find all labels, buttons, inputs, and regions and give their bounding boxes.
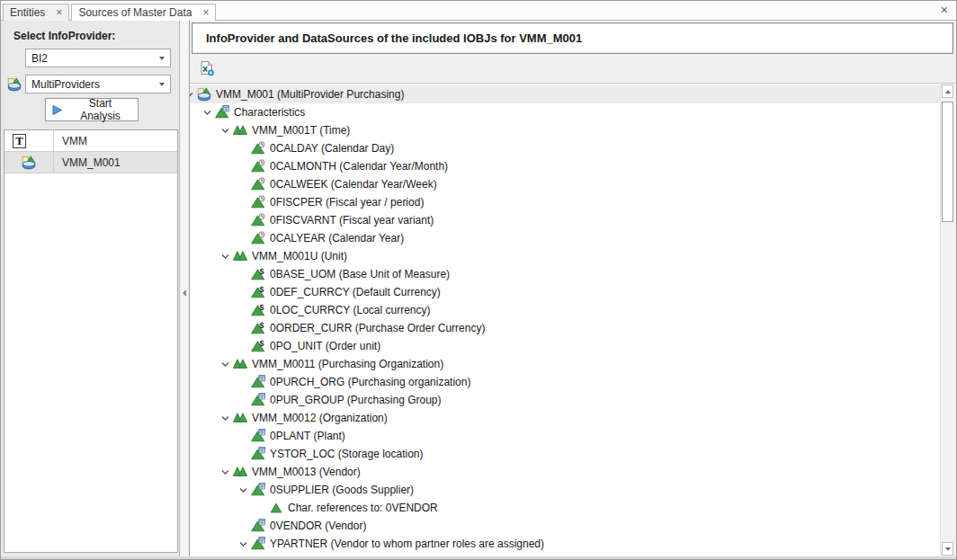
char-grid-icon — [251, 447, 265, 461]
start-analysis-button[interactable]: Start Analysis — [45, 98, 139, 121]
tree-row[interactable]: 0PLANT (Plant) — [190, 427, 941, 445]
dimension-icon — [233, 123, 247, 138]
chevron-down-icon[interactable] — [219, 359, 231, 370]
tree-row[interactable]: 0PURCH_ORG (Purchasing organization) — [190, 373, 941, 391]
chevron-down-icon[interactable] — [219, 125, 231, 137]
tree-row[interactable]: VMM_M0012 (Organization) — [190, 409, 941, 427]
tree-row[interactable]: $ 0PO_UNIT (Order unit) — [190, 337, 941, 355]
list-item[interactable]: VMM_M001 — [4, 152, 177, 173]
tree-row[interactable]: $ 0BASE_UOM (Base Unit of Measure) — [190, 265, 941, 283]
svg-text:$: $ — [259, 339, 264, 348]
tree-row-label: 0BASE_UOM (Base Unit of Measure) — [270, 265, 450, 283]
main-toolbar — [190, 54, 956, 83]
chevron-down-icon[interactable] — [219, 467, 231, 478]
tree-row[interactable]: VMM_M0013 (Vendor) — [190, 463, 941, 481]
filter-type-cell[interactable]: T — [4, 130, 54, 151]
chevron-down-icon[interactable] — [190, 89, 195, 101]
scroll-up-icon[interactable] — [942, 84, 953, 98]
tree-row-label: 0LOC_CURRCY (Local currency) — [270, 301, 431, 319]
tree-container: VMM_M001 (MultiProvider Purchasing) Char… — [190, 83, 955, 556]
currency-icon: $ — [251, 303, 265, 317]
close-icon[interactable]: × — [941, 4, 948, 16]
dimension-icon — [233, 465, 247, 479]
tree-row[interactable]: 0PUR_GROUP (Purchasing Group) — [190, 391, 941, 409]
dimension-icon — [233, 411, 247, 425]
tree-row[interactable]: $ 0LOC_CURRCY (Local currency) — [190, 301, 941, 319]
infoprovider-type-dropdown[interactable]: MultiProviders — [25, 75, 171, 93]
tab-entities-label: Entities — [10, 6, 45, 19]
app-window: Entities × Sources of Master Data × × Se… — [0, 0, 957, 560]
tree-row-label: VMM_M001 (MultiProvider Purchasing) — [216, 85, 404, 103]
scroll-down-icon[interactable] — [942, 542, 953, 556]
list-filter-input[interactable]: VMM — [54, 135, 177, 147]
chevron-down-icon[interactable] — [219, 413, 231, 424]
system-dropdown[interactable]: BI2 — [25, 49, 171, 67]
currency-icon: $ — [251, 339, 265, 353]
tree-row-label: 0PURCH_ORG (Purchasing organization) — [270, 373, 470, 391]
tab-close-icon[interactable]: × — [202, 8, 209, 17]
sidebar-title: Select InfoProvider: — [13, 30, 179, 42]
tree-scrollbar[interactable] — [940, 84, 955, 556]
tree-row[interactable]: YSTOR_LOC (Storage location) — [190, 445, 941, 463]
tree-row-label: Characteristics — [234, 103, 305, 121]
tree-row[interactable]: VMM_M001U (Unit) — [190, 247, 941, 265]
list-item-label: VMM_M001 — [54, 156, 177, 169]
infoprovider-list-body: VMM_M001 — [4, 152, 177, 173]
tree-row-label: YSTOR_LOC (Storage location) — [270, 445, 424, 463]
currency-icon: $ — [251, 285, 265, 299]
infoprovider-tree: VMM_M001 (MultiProvider Purchasing) Char… — [190, 84, 941, 556]
type-dropdown-row: MultiProviders — [7, 75, 171, 93]
main-header: InfoProvider and DataSources of the incl… — [192, 22, 953, 54]
export-excel-button[interactable] — [196, 58, 218, 79]
tree-row-label: 0PLANT (Plant) — [270, 427, 345, 445]
tree-row[interactable]: $ 0ORDER_CURR (Purchase Order Currency) — [190, 319, 941, 337]
chevron-down-icon[interactable] — [237, 484, 249, 496]
tree-row[interactable]: 0SUPPLIER (Goods Supplier) — [190, 481, 941, 499]
tab-close-icon[interactable]: × — [56, 8, 62, 17]
tree-row[interactable]: VMM_M001T (Time) — [190, 121, 941, 139]
page-title: InfoProvider and DataSources of the incl… — [206, 31, 582, 45]
list-filter-row: T VMM — [4, 130, 177, 152]
tree-row[interactable]: VMM_M001 (MultiProvider Purchasing) — [190, 85, 941, 103]
tree-row[interactable]: 0CALWEEK (Calendar Year/Week) — [190, 175, 941, 193]
content-area: Select InfoProvider: BI2 MultiProviders … — [1, 21, 956, 556]
multiprovider-icon — [7, 77, 22, 92]
panel-splitter[interactable] — [180, 21, 189, 556]
chevron-down-icon[interactable] — [237, 538, 249, 550]
time-icon — [251, 213, 265, 227]
tree-row[interactable]: YPARTNER (Vendor to whom partner roles a… — [190, 535, 941, 553]
dropdown-icon-spacer — [7, 51, 22, 66]
tree-row-label: 0CALWEEK (Calendar Year/Week) — [270, 175, 437, 193]
tab-entities[interactable]: Entities × — [3, 4, 69, 21]
tree-row[interactable]: $ 0DEF_CURRCY (Default Currency) — [190, 283, 941, 301]
dimension-icon — [233, 249, 247, 263]
tree-row-label: 0SUPPLIER (Goods Supplier) — [270, 481, 414, 499]
sidebar: Select InfoProvider: BI2 MultiProviders … — [1, 21, 180, 556]
tree-row-label: YPARTNER (Vendor to whom partner roles a… — [270, 535, 544, 553]
tree-row[interactable]: 0CALYEAR (Calendar Year) — [190, 229, 941, 247]
tab-sources-label: Sources of Master Data — [78, 6, 192, 19]
tree-row[interactable]: 0CALDAY (Calendar Day) — [190, 139, 941, 157]
svg-text:$: $ — [259, 303, 264, 312]
plain-triangle-icon — [269, 501, 283, 515]
tree-row[interactable]: VMM_M0011 (Purchasing Organization) — [190, 355, 941, 373]
tree-row[interactable]: Characteristics — [190, 103, 941, 121]
tree-row[interactable]: 0FISCVARNT (Fiscal year variant) — [190, 211, 941, 229]
tree-row[interactable]: 0CALMONTH (Calendar Year/Month) — [190, 157, 941, 175]
tree-row-label: 0DEF_CURRCY (Default Currency) — [270, 283, 441, 301]
collapse-left-icon[interactable] — [183, 289, 186, 297]
chevron-down-icon[interactable] — [219, 251, 231, 262]
tree-row[interactable]: 0FISCPER (Fiscal year / period) — [190, 193, 941, 211]
tab-bar: Entities × Sources of Master Data × × — [1, 1, 956, 21]
multiprovider-icon — [22, 156, 36, 170]
tree-row-label: 0CALYEAR (Calendar Year) — [270, 229, 404, 247]
tree-row[interactable]: 0VENDOR (Vendor) — [190, 517, 941, 535]
tree-row[interactable]: Char. references to: 0VENDOR — [190, 499, 941, 517]
scrollbar-thumb[interactable] — [942, 102, 953, 222]
time-icon — [251, 195, 265, 209]
svg-text:$: $ — [259, 321, 264, 330]
tree-row-label: 0VENDOR (Vendor) — [270, 517, 366, 535]
system-dropdown-value: BI2 — [31, 52, 48, 65]
chevron-down-icon[interactable] — [201, 107, 213, 119]
tab-sources-of-master-data[interactable]: Sources of Master Data × — [71, 4, 216, 21]
